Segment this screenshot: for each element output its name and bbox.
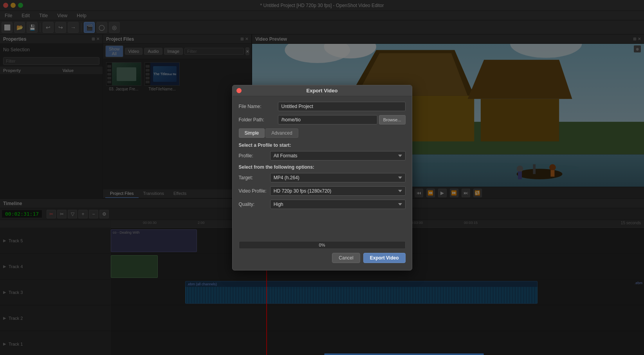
target-label: Target: <box>239 175 270 180</box>
dialog-title: Export Video <box>307 88 338 94</box>
video-profile-row: Video Profile: HD 720p 30 fps (1280x720) <box>239 186 406 196</box>
video-profile-select[interactable]: HD 720p 30 fps (1280x720) <box>270 186 406 196</box>
progress-bar-container: 0% <box>239 241 406 249</box>
folder-path-label: Folder Path: <box>239 117 278 123</box>
profile-section-label: Select a Profile to start: <box>239 142 406 148</box>
profile-label: Profile: <box>239 153 270 159</box>
export-dialog: Export Video File Name: Folder Path: Bro… <box>232 85 412 270</box>
profile-select[interactable]: All Formats <box>270 151 406 160</box>
progress-label: 0% <box>239 241 405 249</box>
dialog-close-button[interactable] <box>236 88 242 93</box>
file-name-row: File Name: <box>239 102 406 111</box>
video-profile-label: Video Profile: <box>239 188 270 194</box>
tab-simple[interactable]: Simple <box>239 128 265 138</box>
file-name-label: File Name: <box>239 104 278 109</box>
profile-row: Profile: All Formats <box>239 151 406 160</box>
export-video-button[interactable]: Export Video <box>363 253 406 263</box>
target-row: Target: MP4 (h.264) <box>239 173 406 182</box>
file-name-input[interactable] <box>278 102 406 111</box>
cancel-button[interactable]: Cancel <box>332 253 360 263</box>
quality-label: Quality: <box>239 202 270 207</box>
options-section-label: Select from the following options: <box>239 164 406 170</box>
folder-path-group: Browse... <box>278 115 406 124</box>
dialog-titlebar: Export Video <box>233 85 412 96</box>
tab-advanced[interactable]: Advanced <box>265 128 298 138</box>
dialog-footer: Cancel Export Video <box>239 253 406 265</box>
target-select[interactable]: MP4 (h.264) <box>270 173 406 182</box>
quality-select[interactable]: High <box>270 200 406 209</box>
dialog-body: File Name: Folder Path: Browse... Simple… <box>233 96 412 270</box>
quality-row: Quality: High <box>239 200 406 209</box>
dialog-tabs: Simple Advanced <box>239 128 406 138</box>
dialog-empty-space <box>239 213 406 236</box>
folder-path-input[interactable] <box>278 115 377 124</box>
dialog-overlay: Export Video File Name: Folder Path: Bro… <box>0 0 644 355</box>
browse-button[interactable]: Browse... <box>379 115 406 124</box>
folder-path-row: Folder Path: Browse... <box>239 115 406 124</box>
